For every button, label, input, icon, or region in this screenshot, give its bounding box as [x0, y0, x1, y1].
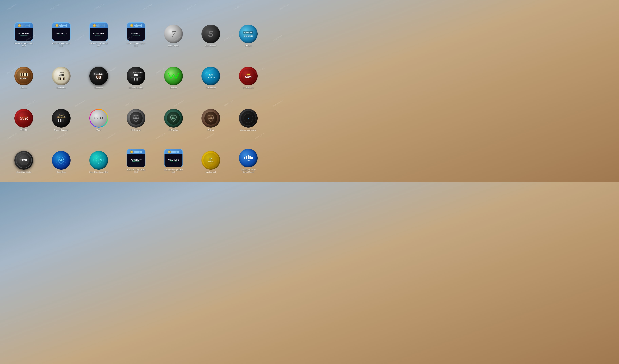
app-item-clavinet[interactable]: Clavinet Clavinet	[5, 49, 42, 91]
app-item-soundgrid-driver[interactable]: DRV SoundGrid Driver Control Panel	[230, 133, 267, 175]
icon-prs-dallas	[164, 109, 183, 127]
app-item-gtr-solo[interactable]: GTR Solo GTRSolo 3.5	[230, 49, 267, 91]
app-item-waves-au6[interactable]: AU♩♩UTILITY ∿∿∿∿∿∿∿∿ Waves AU Reg Utilit…	[80, 7, 117, 49]
label-gtr-solo: GTRSolo 3.5	[243, 87, 254, 89]
svg-text:SR: SR	[97, 158, 101, 162]
label-soundgrid-driver: SoundGrid Driver Control Panel	[238, 169, 258, 173]
icon-electric-grand: ELECTRIC GRAND 80	[127, 67, 145, 85]
app-item-prs-archon[interactable]: PRS Archon	[117, 91, 155, 133]
label-electric88: Electric88	[95, 87, 103, 89]
icon-waves-au3: AU♩♩UTILITY ∿∿∿∿∿∿∿∿	[52, 22, 70, 41]
label-superrack: SuperRack	[57, 171, 66, 173]
label-grand-rhapsody: Grand Rhapsody	[54, 129, 68, 131]
icon-superrack: SR	[52, 151, 70, 170]
svg-point-3	[172, 117, 174, 119]
icon-waves-au1: AU♩♩UTILITY ∿∿∿∿∿∿∿∿	[14, 22, 33, 41]
app-item-empty3	[267, 91, 304, 133]
svg-point-1	[135, 117, 137, 119]
icon-electric88: Electric 88	[89, 67, 108, 85]
app-item-superrack[interactable]: SR SuperRack	[42, 133, 80, 175]
icon-emotion: e MOTION LV1	[201, 151, 220, 170]
icon-grand-rhapsody: Grand Rhapsody	[52, 109, 70, 127]
app-item-codex[interactable]: ≋≋≋≋≋≋ CODEX CODEX	[230, 7, 267, 49]
icon-waves-au2: AU♩♩UTILITY ∿∿∿∿∿∿∿∿	[127, 149, 145, 168]
app-item-electric-grand[interactable]: ELECTRIC GRAND 80 Electric Grand 80	[117, 49, 155, 91]
icon-gtr-solo: GTR Solo	[239, 67, 258, 85]
icon-waves-head	[239, 109, 258, 127]
label-waves-au8: Waves AU Reg Utility8 11.0	[163, 169, 184, 173]
app-item-waves-head[interactable]: WavesHeadTracker	[230, 91, 267, 133]
app-grid: AU♩♩UTILITY ∿∿∿∿∿∿∿∿ Waves AU Reg Utilit…	[0, 0, 310, 182]
svg-point-5	[210, 117, 212, 119]
app-item-prs-dallas[interactable]: PRS Dallas	[155, 91, 192, 133]
label-bass-fingers: Bass Fingers	[168, 45, 179, 47]
label-electric-grand: Electric Grand 80	[129, 87, 143, 89]
label-emotion: eMotion LV1	[206, 171, 216, 173]
icon-waves-au6: AU♩♩UTILITY ∿∿∿∿∿∿∿∿	[89, 22, 108, 41]
app-item-bass-slapper[interactable]: S Bass Slapper	[192, 7, 230, 49]
svg-text:SR: SR	[58, 158, 64, 162]
app-item-grand-rhapsody[interactable]: Grand Rhapsody Grand Rhapsody	[42, 91, 80, 133]
app-item-empty4	[267, 133, 304, 175]
icon-clavinet: Clavinet	[14, 67, 33, 85]
label-clavinet: Clavinet	[20, 87, 27, 89]
label-waves-au6: Waves AU Reg Utility6 11.0	[88, 42, 109, 47]
icon-soundgrid-driver: DRV	[239, 149, 258, 168]
app-item-element[interactable]: Element	[155, 49, 192, 91]
label-prs-dallas: PRS Dallas	[169, 129, 178, 131]
icon-prs-v9	[201, 109, 220, 127]
icon-electric200: Electric 200	[52, 67, 70, 85]
app-item-empty2	[267, 49, 304, 91]
app-item-waves-au8[interactable]: AU♩♩UTILITY ∿∿∿∿∿∿∿∿ Waves AU Reg Utilit…	[155, 133, 192, 175]
label-waves-au3: Waves AU Reg Utility3 11.0	[51, 42, 71, 47]
icon-ovox: OVOX	[89, 109, 108, 127]
app-item-ovox[interactable]: OVOX OVox	[80, 91, 117, 133]
icon-waves-au7: AU♩♩UTILITY ∿∿∿∿∿∿∿∿	[127, 22, 145, 41]
app-item-waves-au1[interactable]: AU♩♩UTILITY ∿∿∿∿∿∿∿∿ Waves AU Reg Utilit…	[5, 7, 42, 49]
label-prs-archon: PRS Archon	[131, 129, 141, 131]
icon-bass-fingers: 7	[164, 25, 183, 43]
icon-element	[164, 67, 183, 85]
app-item-emotion[interactable]: e MOTION LV1 eMotion LV1	[192, 133, 230, 175]
app-item-empty1	[267, 7, 304, 49]
app-item-gtr35[interactable]: GTR GTR 3.5	[5, 91, 42, 133]
icon-waves-au8: AU♩♩UTILITY ∿∿∿∿∿∿∿∿	[164, 149, 183, 168]
app-item-electric200[interactable]: Electric 200 Electric200	[42, 49, 80, 91]
label-gtr35: GTR 3.5	[20, 129, 28, 131]
label-codex: CODEX	[245, 45, 252, 47]
label-bass-slapper: Bass Slapper	[205, 45, 216, 47]
icon-superrack-sg: SR SG	[89, 151, 108, 170]
icon-soundgrid-studio: SGST	[14, 151, 33, 170]
app-item-prs-v9[interactable]: PRS V9	[192, 91, 230, 133]
label-prs-v9: PRS V9	[208, 129, 214, 131]
label-flow-motion: Flow Motion	[206, 87, 216, 89]
app-item-soundgrid-studio[interactable]: SGST SoundGrid Studio	[5, 133, 42, 175]
app-item-waves-au7[interactable]: AU♩♩UTILITY ∿∿∿∿∿∿∿∿ Waves AU Reg Utilit…	[117, 7, 155, 49]
label-waves-au1: Waves AU Reg Utility1 11.0	[14, 42, 34, 47]
icon-prs-archon	[127, 109, 145, 127]
app-item-bass-fingers[interactable]: 7 Bass Fingers	[155, 7, 192, 49]
app-item-superrack-sg[interactable]: SR SG SuperRack SoundGrid	[80, 133, 117, 175]
app-item-waves-au3[interactable]: AU♩♩UTILITY ∿∿∿∿∿∿∿∿ Waves AU Reg Utilit…	[42, 7, 80, 49]
icon-bass-slapper: S	[201, 25, 220, 43]
icon-codex: ≋≋≋≋≋≋ CODEX	[239, 25, 258, 43]
label-waves-au2: Waves AU Reg Utility2 11.0	[126, 169, 146, 173]
label-element: Element	[170, 87, 177, 89]
app-item-electric88[interactable]: Electric 88 Electric88	[80, 49, 117, 91]
label-superrack-sg: SuperRack SoundGrid	[89, 171, 108, 173]
icon-gtr35: GTR	[14, 109, 33, 127]
label-soundgrid-studio: SoundGrid Studio	[16, 171, 31, 173]
label-waves-head: WavesHeadTracker	[240, 129, 256, 131]
label-ovox: OVox	[96, 129, 101, 131]
svg-text:SG: SG	[98, 162, 99, 164]
app-item-flow-motion[interactable]: flow motion Flow Motion	[192, 49, 230, 91]
label-electric200: Electric200	[57, 87, 66, 89]
app-item-waves-au2[interactable]: AU♩♩UTILITY ∿∿∿∿∿∿∿∿ Waves AU Reg Utilit…	[117, 133, 155, 175]
label-waves-au7: Waves AU Reg Utility7 11.0	[126, 42, 146, 47]
icon-flow-motion: flow motion	[201, 67, 220, 85]
